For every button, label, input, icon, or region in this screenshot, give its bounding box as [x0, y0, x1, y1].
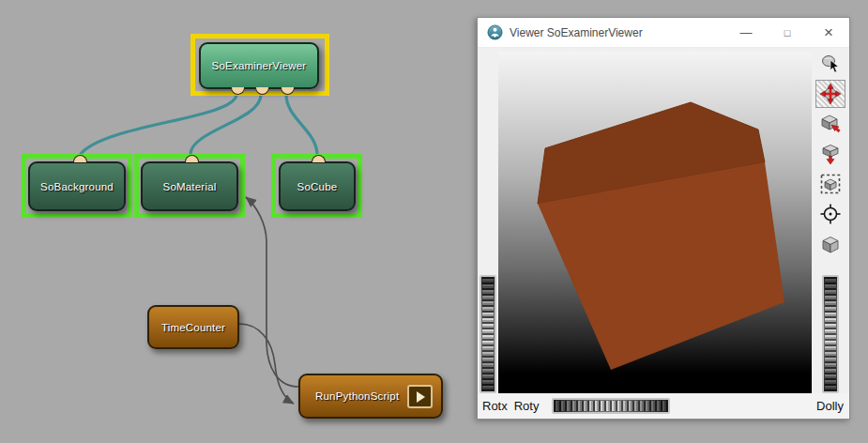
node-somaterial[interactable]: SoMaterial [141, 161, 238, 211]
node-label: SoMaterial [163, 181, 217, 192]
scene-output-connector[interactable] [185, 155, 199, 162]
pick-mode-button[interactable] [815, 50, 845, 78]
node-soexaminerviewer[interactable]: SoExaminerViewer [199, 42, 319, 89]
window-title: Viewer SoExaminerViewer [510, 26, 725, 39]
node-label: SoCube [297, 181, 338, 192]
seek-button[interactable] [815, 110, 845, 138]
play-icon [417, 391, 425, 403]
view-all-button[interactable] [815, 170, 845, 198]
rotx-thumbwheel[interactable] [480, 275, 496, 393]
dolly-thumbwheel[interactable] [822, 275, 839, 393]
camera-type-icon [819, 233, 842, 255]
roty-label: Roty [514, 399, 540, 413]
roty-thumbwheel[interactable] [552, 398, 670, 414]
node-label: SoBackground [40, 181, 114, 192]
viewer-bottom-bar: Rotx Roty Dolly [478, 393, 849, 419]
node-socube[interactable]: SoCube [279, 161, 356, 211]
rotx-label: Rotx [482, 399, 508, 413]
set-home-button[interactable] [815, 140, 845, 168]
set-home-icon [819, 143, 842, 165]
node-runpythonscript[interactable]: RunPythonScript [298, 374, 443, 419]
focal-point-button[interactable] [815, 200, 845, 228]
viewer-window: Viewer SoExaminerViewer — □ × [477, 17, 850, 420]
run-script-button[interactable] [407, 385, 433, 408]
scene-connections[interactable] [81, 95, 317, 154]
pick-mode-icon [819, 53, 842, 75]
parameter-connections[interactable] [239, 197, 298, 404]
scene-output-connector[interactable] [312, 155, 326, 162]
scene-output-connector[interactable] [73, 155, 87, 162]
view-mode-button[interactable] [815, 80, 845, 108]
node-label: RunPythonScript [315, 390, 399, 402]
cube-render [498, 52, 814, 394]
close-button[interactable]: × [808, 18, 849, 47]
camera-type-button[interactable] [815, 230, 845, 258]
node-label: SoExaminerViewer [212, 60, 307, 71]
focal-point-icon [819, 203, 842, 225]
seek-icon [819, 113, 842, 135]
node-label: TimeCounter [161, 322, 225, 333]
app-icon [487, 24, 503, 40]
maximize-button[interactable]: □ [767, 18, 808, 47]
viewer-toolbar [812, 48, 849, 393]
node-sobackground[interactable]: SoBackground [28, 161, 126, 211]
viewer-titlebar[interactable]: Viewer SoExaminerViewer — □ × [478, 18, 849, 48]
3d-viewport[interactable] [498, 52, 814, 394]
minimize-button[interactable]: — [725, 18, 767, 47]
node-timecounter[interactable]: TimeCounter [147, 305, 239, 349]
dolly-label: Dolly [816, 399, 844, 413]
view-all-icon [819, 173, 842, 195]
view-mode-icon [819, 83, 842, 105]
left-decoration-strip [478, 48, 498, 393]
